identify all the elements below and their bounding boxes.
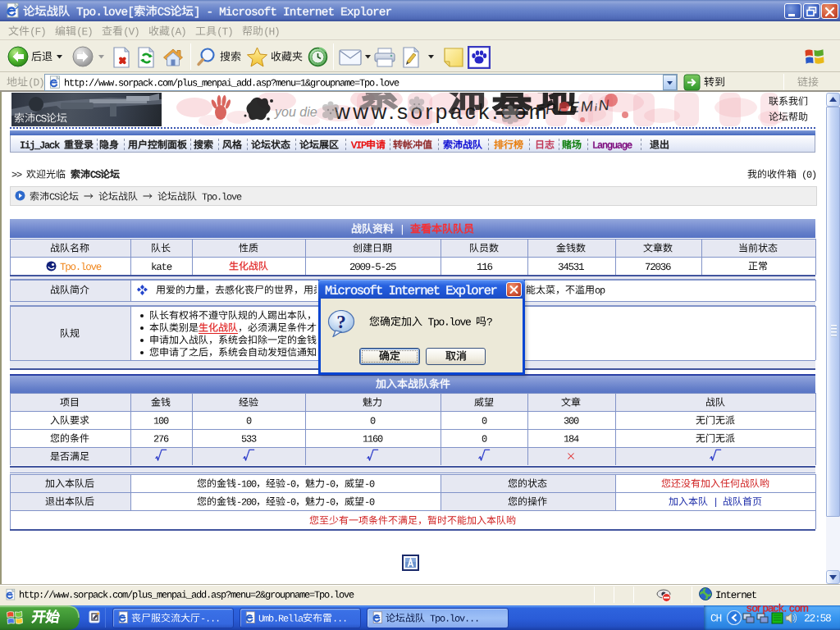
svg-text:?: ? [336,312,346,332]
